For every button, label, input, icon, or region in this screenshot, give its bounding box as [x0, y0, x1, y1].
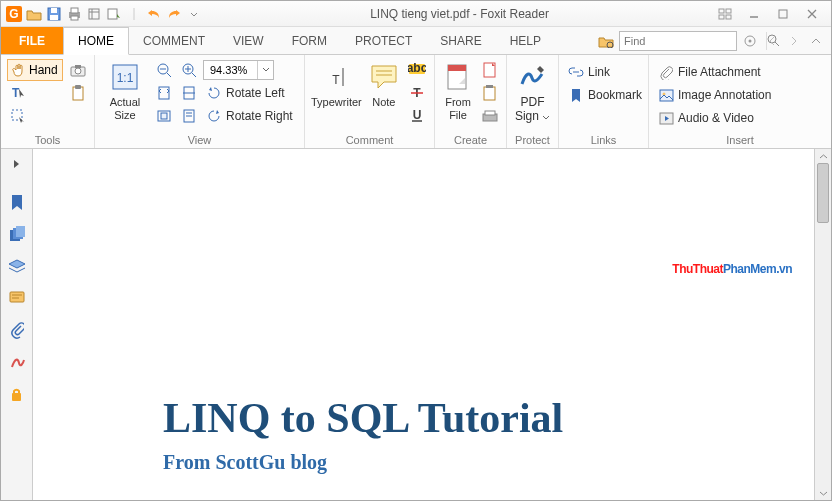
sidebar-expand-icon[interactable] — [6, 153, 28, 175]
strikeout-button[interactable]: T — [406, 82, 428, 104]
content-area: ThuThuatPhanMem.vn LINQ to SQL Tutorial … — [1, 149, 831, 500]
select-annotation-button[interactable] — [7, 105, 63, 127]
typewriter-icon: T — [319, 60, 353, 94]
clipboard-button[interactable] — [67, 82, 89, 104]
reflow-button[interactable] — [178, 105, 200, 127]
prev-icon[interactable] — [763, 32, 781, 50]
from-file-button[interactable]: From File — [441, 57, 475, 121]
tab-help[interactable]: HELP — [496, 27, 555, 54]
scroll-up-icon[interactable] — [815, 149, 831, 163]
audio-video-button[interactable]: Audio & Video — [655, 107, 774, 129]
zoom-combo[interactable]: 94.33% — [203, 60, 274, 80]
svg-text:U: U — [413, 109, 422, 122]
hand-label: Hand — [29, 63, 58, 77]
actual-size-button[interactable]: 1:1 Actual Size — [101, 57, 149, 121]
security-panel-icon[interactable] — [6, 383, 28, 405]
pages-panel-icon[interactable] — [6, 223, 28, 245]
image-annotation-button[interactable]: Image Annotation — [655, 84, 774, 106]
group-label: Comment — [311, 133, 428, 148]
qat-icon[interactable] — [85, 5, 103, 23]
scroll-down-icon[interactable] — [815, 486, 831, 500]
group-comment: T Typewriter Note abc T U Comment — [305, 55, 435, 148]
typewriter-button[interactable]: T Typewriter — [311, 57, 362, 109]
pdf-sign-button[interactable]: PDF Sign — [513, 57, 552, 124]
nav-sidebar — [1, 149, 33, 500]
fit-page-button[interactable] — [153, 82, 175, 104]
save-icon[interactable] — [45, 5, 63, 23]
svg-rect-69 — [16, 226, 25, 237]
scroll-thumb[interactable] — [817, 163, 829, 223]
tab-file[interactable]: FILE — [1, 27, 63, 54]
blank-button[interactable] — [479, 59, 501, 81]
svg-rect-6 — [71, 8, 78, 13]
file-attachment-button[interactable]: File Attachment — [655, 61, 774, 83]
fit-visible-button[interactable] — [153, 105, 175, 127]
close-button[interactable] — [799, 4, 825, 24]
clipboard-create-button[interactable] — [479, 82, 501, 104]
group-label: Insert — [655, 133, 825, 148]
rotate-left-button[interactable]: Rotate Left — [203, 82, 288, 104]
tab-view[interactable]: VIEW — [219, 27, 278, 54]
svg-line-33 — [167, 73, 171, 77]
rotate-left-icon — [206, 85, 222, 101]
svg-rect-62 — [485, 111, 495, 115]
vertical-scrollbar[interactable] — [814, 149, 831, 500]
svg-rect-11 — [719, 9, 724, 13]
tab-protect[interactable]: PROTECT — [341, 27, 426, 54]
window-title: LINQ tieng viet.pdf - Foxit Reader — [207, 7, 712, 21]
svg-rect-8 — [89, 9, 99, 19]
qat-dropdown-icon[interactable] — [185, 5, 203, 23]
attachments-panel-icon[interactable] — [6, 319, 28, 341]
fit-width-button[interactable] — [178, 82, 200, 104]
document-subheading: From ScottGu blog — [163, 451, 327, 474]
bookmarks-panel-icon[interactable] — [6, 191, 28, 213]
folder-search-icon[interactable] — [597, 32, 615, 50]
underline-button[interactable]: U — [406, 105, 428, 127]
ribbon-mode-icon[interactable] — [712, 4, 738, 24]
tab-home[interactable]: HOME — [63, 27, 129, 55]
next-icon[interactable] — [785, 32, 803, 50]
group-label: Create — [441, 133, 500, 148]
chevron-down-icon[interactable] — [257, 61, 273, 79]
collapse-ribbon-icon[interactable] — [807, 32, 825, 50]
hand-tool-button[interactable]: Hand — [7, 59, 63, 81]
svg-rect-12 — [726, 9, 731, 13]
gear-icon[interactable] — [741, 32, 759, 50]
rotate-right-button[interactable]: Rotate Right — [203, 105, 296, 127]
snapshot-button[interactable] — [67, 59, 89, 81]
maximize-button[interactable] — [770, 4, 796, 24]
layers-panel-icon[interactable] — [6, 255, 28, 277]
note-button[interactable]: Note — [366, 57, 402, 109]
group-label: View — [101, 133, 298, 148]
svg-text:T: T — [333, 73, 341, 87]
tab-share[interactable]: SHARE — [426, 27, 495, 54]
link-icon — [568, 64, 584, 80]
comments-panel-icon[interactable] — [6, 287, 28, 309]
minimize-button[interactable] — [741, 4, 767, 24]
redo-icon[interactable] — [165, 5, 183, 23]
svg-rect-7 — [71, 16, 78, 20]
svg-rect-60 — [486, 85, 493, 88]
open-icon[interactable] — [25, 5, 43, 23]
svg-rect-28 — [75, 85, 81, 89]
hand-icon — [12, 63, 26, 77]
select-text-button[interactable]: T — [7, 82, 63, 104]
print-icon[interactable] — [65, 5, 83, 23]
signatures-panel-icon[interactable] — [6, 351, 28, 373]
tab-form[interactable]: FORM — [278, 27, 341, 54]
svg-text:T: T — [12, 86, 20, 100]
qat-icon[interactable] — [105, 5, 123, 23]
link-button[interactable]: Link — [565, 61, 645, 83]
bookmark-button[interactable]: Bookmark — [565, 84, 645, 106]
document-viewport[interactable]: ThuThuatPhanMem.vn LINQ to SQL Tutorial … — [33, 149, 831, 500]
zoom-in-button[interactable] — [178, 59, 200, 81]
tab-comment[interactable]: COMMENT — [129, 27, 219, 54]
scanner-button[interactable] — [479, 105, 501, 127]
highlight-button[interactable]: abc — [406, 59, 428, 81]
zoom-value: 94.33% — [204, 64, 257, 76]
zoom-out-button[interactable] — [153, 59, 175, 81]
qat-divider — [125, 5, 143, 23]
find-box[interactable] — [619, 31, 737, 51]
undo-icon[interactable] — [145, 5, 163, 23]
rotate-right-icon — [206, 108, 222, 124]
